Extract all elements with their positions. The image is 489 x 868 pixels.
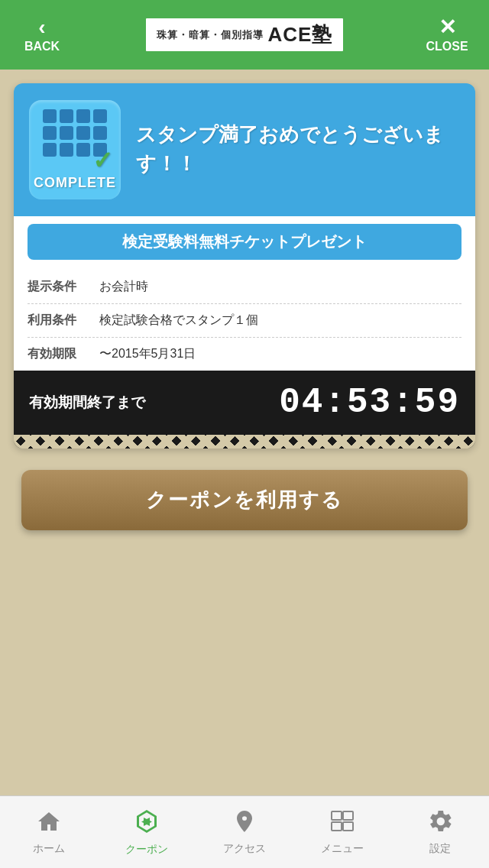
nav-item-access[interactable]: アクセス: [206, 809, 283, 856]
home-icon: [37, 809, 61, 839]
use-coupon-button[interactable]: クーポンを利用する: [21, 470, 468, 530]
zigzag-divider: [14, 435, 475, 449]
access-icon: [232, 809, 257, 839]
detail-row-expiry: 有効期限 〜2015年5月31日: [28, 338, 461, 371]
back-chevron-icon: ‹: [38, 17, 45, 38]
detail-row-presentation: 提示条件 お会計時: [28, 270, 461, 304]
grid-dot: [43, 126, 57, 140]
coupon-details: 検定受験料無料チケットプレゼント 提示条件 お会計時 利用条件 検定試験合格でス…: [14, 216, 475, 371]
coupon-icon: [134, 808, 160, 840]
complete-badge: ✓ COMPLETE: [29, 100, 121, 199]
grid-dot: [43, 109, 57, 123]
svg-rect-2: [343, 811, 353, 820]
grid-dot: [76, 126, 90, 140]
detail-key-expiry: 有効期限: [28, 346, 89, 362]
detail-key-usage: 利用条件: [28, 313, 89, 329]
nav-label-menu: メニュー: [321, 842, 364, 856]
nav-label-home: ホーム: [33, 842, 65, 856]
logo-large-text: ACE塾: [268, 21, 333, 48]
back-button[interactable]: ‹ BACK: [15, 17, 69, 53]
menu-icon: [329, 809, 355, 839]
app-logo: 珠算・暗算・個別指導 ACE塾: [69, 16, 420, 53]
checkmark-icon: ✓: [92, 147, 113, 174]
timer-label: 有効期間終了まで: [29, 393, 145, 413]
timer-value: 04:53:59: [279, 383, 460, 423]
nav-item-settings[interactable]: 設定: [402, 809, 478, 856]
nav-label-coupon: クーポン: [125, 843, 168, 857]
back-label: BACK: [24, 40, 60, 53]
coupon-congratulations: スタンプ満了おめでとうございます！！: [136, 121, 460, 178]
grid-dot: [60, 109, 73, 123]
logo-box: 珠算・暗算・個別指導 ACE塾: [144, 16, 346, 53]
grid-dot: [76, 109, 90, 123]
complete-label: COMPLETE: [34, 175, 116, 191]
nav-item-menu[interactable]: メニュー: [304, 809, 381, 856]
svg-rect-4: [343, 822, 353, 831]
close-button[interactable]: ✕ CLOSE: [420, 17, 474, 53]
close-label: CLOSE: [426, 40, 468, 53]
svg-rect-3: [332, 822, 342, 831]
grid-dot: [93, 126, 107, 140]
nav-item-home[interactable]: ホーム: [11, 809, 87, 856]
svg-rect-1: [332, 811, 342, 820]
nav-label-settings: 設定: [429, 842, 451, 856]
grid-dot: [60, 126, 73, 140]
coupon-card: ✓ COMPLETE スタンプ満了おめでとうございます！！ 検定受験料無料チケッ…: [14, 83, 475, 449]
logo-small-text: 珠算・暗算・個別指導: [157, 28, 264, 42]
close-x-icon: ✕: [439, 17, 456, 38]
detail-key-presentation: 提示条件: [28, 279, 89, 295]
badge-inner: ✓ COMPLETE: [34, 109, 116, 191]
ticket-label: 検定受験料無料チケットプレゼント: [28, 224, 461, 260]
settings-icon: [428, 809, 452, 839]
detail-val-presentation: お会計時: [99, 279, 148, 295]
detail-val-expiry: 〜2015年5月31日: [99, 346, 196, 362]
nav-item-coupon[interactable]: クーポン: [108, 808, 185, 857]
nav-label-access: アクセス: [223, 842, 266, 856]
coupon-button-area: クーポンを利用する: [0, 449, 489, 530]
detail-val-usage: 検定試験合格でスタンプ１個: [99, 313, 258, 329]
coupon-top-section: ✓ COMPLETE スタンプ満了おめでとうございます！！: [14, 83, 475, 216]
timer-section: 有効期間終了まで 04:53:59: [14, 371, 475, 435]
grid-dot: [93, 109, 107, 123]
detail-row-usage: 利用条件 検定試験合格でスタンプ１個: [28, 304, 461, 338]
app-header: ‹ BACK 珠算・暗算・個別指導 ACE塾 ✕ CLOSE: [0, 0, 489, 70]
bottom-nav: ホーム クーポン アクセス メニュー: [0, 795, 489, 868]
